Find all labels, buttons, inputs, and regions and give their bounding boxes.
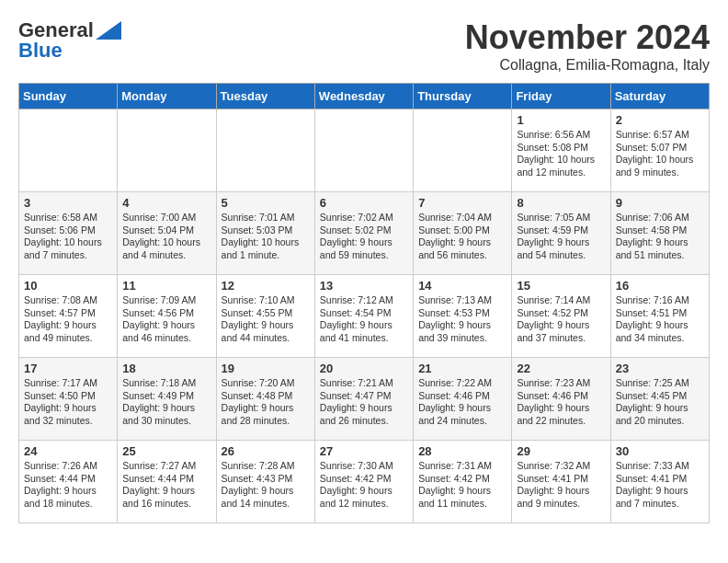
calendar-cell: 9Sunrise: 7:06 AMSunset: 4:58 PMDaylight… <box>610 192 709 275</box>
day-info: Sunset: 5:06 PM <box>24 224 112 237</box>
day-info: Daylight: 9 hours and 54 minutes. <box>517 236 605 261</box>
day-info: Daylight: 9 hours and 20 minutes. <box>616 402 704 427</box>
day-info: Daylight: 9 hours and 34 minutes. <box>616 319 704 344</box>
location-title: Collagna, Emilia-Romagna, Italy <box>465 57 710 74</box>
day-number: 12 <box>222 279 310 293</box>
calendar-cell: 27Sunrise: 7:30 AMSunset: 4:42 PMDayligh… <box>314 441 413 523</box>
logo: General Blue <box>18 18 121 63</box>
day-info: Sunrise: 7:05 AM <box>517 212 605 224</box>
calendar-cell: 22Sunrise: 7:23 AMSunset: 4:46 PMDayligh… <box>512 358 610 441</box>
day-number: 4 <box>122 196 210 210</box>
day-info: Sunset: 4:44 PM <box>24 473 112 486</box>
day-info: Daylight: 9 hours and 39 minutes. <box>418 319 506 344</box>
day-number: 28 <box>418 444 506 458</box>
calendar-header-friday: Friday <box>512 84 610 109</box>
calendar-cell <box>314 109 413 192</box>
day-info: Daylight: 9 hours and 22 minutes. <box>517 402 605 427</box>
day-info: Sunset: 5:04 PM <box>122 224 210 237</box>
day-info: Sunset: 4:41 PM <box>616 473 704 486</box>
day-info: Daylight: 10 hours and 4 minutes. <box>122 236 210 261</box>
month-title: November 2024 <box>465 18 710 57</box>
day-number: 7 <box>418 196 506 210</box>
day-number: 3 <box>24 196 112 210</box>
day-number: 15 <box>517 279 605 293</box>
day-number: 2 <box>616 113 704 127</box>
day-info: Sunset: 4:43 PM <box>222 473 310 486</box>
day-info: Sunrise: 7:23 AM <box>517 377 605 390</box>
day-number: 1 <box>517 113 605 127</box>
calendar-cell: 1Sunrise: 6:56 AMSunset: 5:08 PMDaylight… <box>512 109 610 192</box>
day-number: 5 <box>222 196 310 210</box>
calendar-cell: 16Sunrise: 7:16 AMSunset: 4:51 PMDayligh… <box>610 275 709 358</box>
day-info: Sunset: 4:57 PM <box>24 307 112 320</box>
day-info: Sunset: 4:52 PM <box>517 307 605 320</box>
day-info: Sunrise: 7:30 AM <box>320 460 408 473</box>
day-info: Daylight: 10 hours and 12 minutes. <box>517 154 605 178</box>
calendar-cell <box>216 109 314 192</box>
day-info: Daylight: 9 hours and 16 minutes. <box>122 485 210 510</box>
day-info: Sunrise: 7:18 AM <box>122 377 210 390</box>
day-number: 29 <box>517 444 605 458</box>
day-number: 25 <box>122 444 210 458</box>
day-info: Sunset: 4:58 PM <box>616 224 704 237</box>
calendar-cell: 8Sunrise: 7:05 AMSunset: 4:59 PMDaylight… <box>512 192 610 275</box>
calendar-cell: 5Sunrise: 7:01 AMSunset: 5:03 PMDaylight… <box>216 192 314 275</box>
calendar-header-tuesday: Tuesday <box>216 84 314 109</box>
calendar-cell: 29Sunrise: 7:32 AMSunset: 4:41 PMDayligh… <box>512 441 610 523</box>
day-info: Daylight: 10 hours and 7 minutes. <box>24 236 112 261</box>
day-number: 24 <box>24 444 112 458</box>
day-info: Sunrise: 7:12 AM <box>320 294 408 307</box>
calendar-cell: 13Sunrise: 7:12 AMSunset: 4:54 PMDayligh… <box>314 275 413 358</box>
day-info: Daylight: 9 hours and 26 minutes. <box>320 402 408 427</box>
day-info: Sunset: 5:08 PM <box>517 142 605 155</box>
day-info: Sunrise: 6:57 AM <box>616 129 704 142</box>
day-info: Sunset: 4:47 PM <box>320 390 408 403</box>
day-info: Daylight: 9 hours and 46 minutes. <box>122 319 210 344</box>
day-number: 8 <box>517 196 605 210</box>
day-info: Daylight: 9 hours and 18 minutes. <box>24 485 112 510</box>
day-number: 6 <box>320 196 408 210</box>
day-info: Sunrise: 7:14 AM <box>517 294 605 307</box>
day-info: Sunrise: 7:33 AM <box>616 460 704 473</box>
day-info: Daylight: 10 hours and 1 minute. <box>222 236 310 261</box>
day-info: Sunrise: 7:04 AM <box>418 212 506 224</box>
calendar-cell: 21Sunrise: 7:22 AMSunset: 4:46 PMDayligh… <box>414 358 512 441</box>
calendar-cell <box>414 109 512 192</box>
day-info: Daylight: 9 hours and 9 minutes. <box>517 485 605 510</box>
page-header: General Blue November 2024 Collagna, Emi… <box>18 18 710 74</box>
calendar-cell: 25Sunrise: 7:27 AMSunset: 4:44 PMDayligh… <box>118 441 216 523</box>
day-number: 26 <box>222 444 310 458</box>
day-number: 10 <box>24 279 112 293</box>
day-info: Sunset: 4:42 PM <box>320 473 408 486</box>
day-info: Daylight: 10 hours and 9 minutes. <box>616 154 704 178</box>
day-info: Sunrise: 7:26 AM <box>24 460 112 473</box>
calendar-cell: 30Sunrise: 7:33 AMSunset: 4:41 PMDayligh… <box>610 441 709 523</box>
day-info: Sunset: 4:45 PM <box>616 390 704 403</box>
calendar-week-row: 10Sunrise: 7:08 AMSunset: 4:57 PMDayligh… <box>19 275 710 358</box>
day-number: 18 <box>122 362 210 375</box>
day-info: Sunset: 4:48 PM <box>222 390 310 403</box>
calendar-cell: 17Sunrise: 7:17 AMSunset: 4:50 PMDayligh… <box>19 358 118 441</box>
svg-marker-0 <box>96 21 121 40</box>
calendar-cell: 23Sunrise: 7:25 AMSunset: 4:45 PMDayligh… <box>610 358 709 441</box>
day-info: Sunrise: 7:17 AM <box>24 377 112 390</box>
day-number: 14 <box>418 279 506 293</box>
day-number: 21 <box>418 362 506 375</box>
day-info: Sunset: 4:50 PM <box>24 390 112 403</box>
day-info: Daylight: 9 hours and 44 minutes. <box>222 319 310 344</box>
title-section: November 2024 Collagna, Emilia-Romagna, … <box>465 18 710 74</box>
day-number: 19 <box>222 362 310 375</box>
day-info: Daylight: 9 hours and 14 minutes. <box>222 485 310 510</box>
logo-blue-text: Blue <box>18 39 63 63</box>
calendar-cell: 19Sunrise: 7:20 AMSunset: 4:48 PMDayligh… <box>216 358 314 441</box>
day-info: Sunrise: 7:32 AM <box>517 460 605 473</box>
day-info: Daylight: 9 hours and 59 minutes. <box>320 236 408 261</box>
calendar-header-monday: Monday <box>118 84 216 109</box>
day-info: Daylight: 9 hours and 12 minutes. <box>320 485 408 510</box>
day-info: Sunrise: 7:27 AM <box>122 460 210 473</box>
day-number: 9 <box>616 196 704 210</box>
day-info: Sunset: 4:59 PM <box>517 224 605 237</box>
calendar-week-row: 24Sunrise: 7:26 AMSunset: 4:44 PMDayligh… <box>19 441 710 523</box>
day-info: Sunrise: 7:21 AM <box>320 377 408 390</box>
day-info: Daylight: 9 hours and 7 minutes. <box>616 485 704 510</box>
